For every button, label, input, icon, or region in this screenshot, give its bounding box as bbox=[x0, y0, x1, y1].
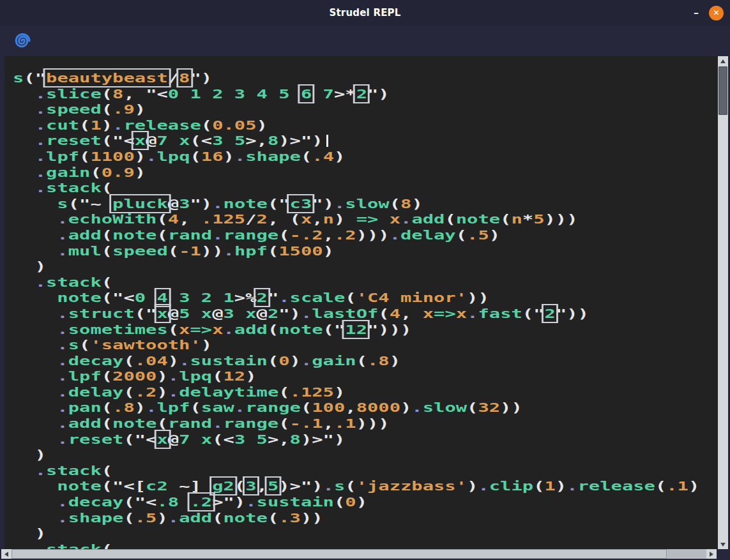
code-token: ( bbox=[655, 478, 666, 494]
code-token bbox=[13, 322, 57, 337]
code-token: . bbox=[212, 196, 223, 211]
strudel-spiral-logo-icon[interactable] bbox=[13, 32, 31, 50]
code-token: * bbox=[522, 211, 533, 227]
code-line: .struct("x@5 x@3 x@2").lastOf(4, x=>x.fa… bbox=[13, 306, 718, 322]
code-token: -.1 bbox=[290, 416, 323, 431]
scroll-left-button[interactable] bbox=[1, 549, 11, 559]
code-token: ( bbox=[190, 400, 201, 415]
code-token: echoWith bbox=[68, 211, 157, 227]
code-token: ) bbox=[201, 337, 212, 352]
code-token: cut bbox=[46, 117, 79, 133]
code-token: , bbox=[323, 227, 334, 243]
code-token: 0.05 bbox=[212, 117, 256, 133]
code-token: 5 bbox=[533, 211, 544, 227]
code-token: .2 bbox=[334, 227, 356, 243]
code-token: rand bbox=[168, 416, 212, 431]
code-line: .mul(speed(-1)).hpf(1500) bbox=[13, 243, 718, 259]
code-token: , bbox=[345, 400, 356, 415]
code-token: x bbox=[456, 306, 467, 321]
code-token: ( bbox=[102, 463, 112, 478]
code-token: ) bbox=[156, 510, 167, 526]
code-token: decay bbox=[68, 494, 124, 510]
code-token: ) bbox=[102, 117, 112, 133]
code-token bbox=[13, 306, 57, 321]
code-token: 8 bbox=[290, 432, 301, 447]
code-token bbox=[179, 494, 190, 510]
toolbar bbox=[0, 26, 730, 56]
code-token bbox=[13, 541, 35, 549]
code-token: . bbox=[478, 478, 489, 494]
code-token: 16 bbox=[201, 149, 224, 164]
code-token bbox=[13, 133, 35, 148]
code-token: ) bbox=[489, 227, 500, 243]
code-token: reset bbox=[68, 432, 124, 447]
code-token: "))) bbox=[367, 322, 411, 337]
code-token: ( bbox=[102, 368, 112, 384]
code-token bbox=[13, 384, 57, 400]
code-token bbox=[13, 463, 35, 478]
code-token: . bbox=[57, 494, 68, 510]
code-token: ( bbox=[345, 478, 356, 494]
code-token: . bbox=[245, 494, 256, 510]
code-token: 3 5 bbox=[234, 432, 268, 447]
code-token: ) bbox=[135, 149, 146, 164]
code-token: . bbox=[278, 290, 289, 305]
code-token: 2 bbox=[257, 211, 268, 227]
titlebar[interactable]: Strudel REPL – ✕ bbox=[0, 0, 730, 26]
active-event-highlight: 2 bbox=[257, 290, 268, 305]
code-token: n bbox=[323, 211, 334, 227]
code-token: )>") bbox=[278, 478, 323, 494]
code-token: . bbox=[411, 400, 422, 415]
code-token: ( bbox=[102, 275, 112, 290]
horizontal-scrollbar[interactable] bbox=[1, 549, 717, 559]
code-token: 7 bbox=[156, 133, 167, 148]
horizontal-scroll-track[interactable] bbox=[11, 549, 706, 559]
code-token: . bbox=[234, 400, 245, 415]
code-token: ) bbox=[356, 494, 367, 510]
code-token: clip bbox=[489, 478, 533, 494]
vertical-scroll-thumb[interactable] bbox=[719, 66, 727, 115]
code-token: . bbox=[35, 463, 46, 478]
code-token: x bbox=[390, 211, 400, 227]
code-token: note bbox=[224, 196, 268, 211]
code-token: x bbox=[423, 306, 434, 321]
code-token: sustain bbox=[190, 353, 267, 368]
code-token: ( bbox=[456, 227, 467, 243]
scroll-up-button[interactable] bbox=[718, 56, 728, 66]
scroll-down-button[interactable] bbox=[718, 540, 728, 549]
code-token: )>") bbox=[301, 432, 345, 447]
code-token: . bbox=[35, 117, 46, 133]
code-token bbox=[13, 400, 57, 415]
strudel-repl-window: Strudel REPL – ✕ s("beautybeast/8") .sli… bbox=[0, 0, 730, 560]
active-event-highlight: x bbox=[156, 306, 167, 321]
code-token: )) bbox=[201, 243, 224, 259]
code-token: (< bbox=[190, 133, 213, 148]
code-token: ( bbox=[201, 117, 212, 133]
code-token: mul bbox=[68, 243, 102, 259]
code-token: add bbox=[234, 322, 268, 337]
code-token: ( bbox=[90, 165, 101, 180]
code-token: , ( bbox=[268, 211, 301, 227]
code-area[interactable]: s("beautybeast/8") .slice(8, "<0 1 2 3 4… bbox=[4, 56, 718, 549]
code-token: ("< bbox=[102, 133, 135, 148]
scroll-right-button[interactable] bbox=[706, 549, 717, 559]
code-line: ) bbox=[13, 259, 718, 275]
code-token: note bbox=[57, 290, 101, 305]
code-token: . bbox=[57, 400, 68, 415]
code-token: range bbox=[245, 400, 301, 415]
vertical-scrollbar[interactable] bbox=[718, 56, 728, 549]
code-token: delay bbox=[68, 384, 124, 400]
minimize-button[interactable]: – bbox=[694, 10, 699, 16]
code-line: .s('sawtooth') bbox=[13, 337, 718, 353]
horizontal-scroll-thumb[interactable] bbox=[11, 549, 667, 559]
code-token: , bbox=[323, 416, 334, 431]
code-token: >, bbox=[268, 432, 290, 447]
vertical-scroll-track[interactable] bbox=[718, 66, 728, 540]
code-line: .stack( bbox=[13, 463, 718, 479]
code-token: .8 bbox=[112, 400, 135, 415]
code-token: >% bbox=[234, 290, 257, 305]
close-button[interactable]: ✕ bbox=[709, 6, 724, 20]
code-token: ))) bbox=[356, 227, 390, 243]
code-token: gain bbox=[46, 165, 90, 180]
active-event-highlight: x bbox=[156, 432, 167, 447]
